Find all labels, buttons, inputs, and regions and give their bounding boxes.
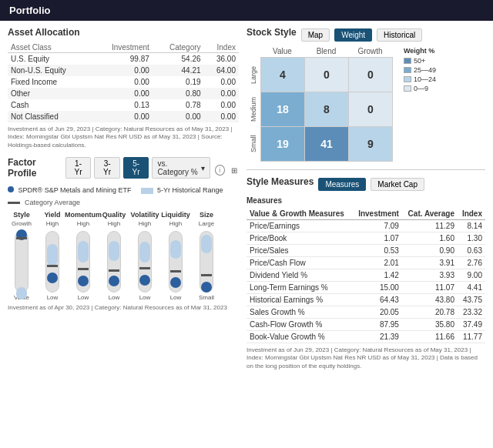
- factor-column: Size Large Small: [193, 211, 220, 301]
- factor-top-label: High: [139, 220, 151, 231]
- legend-label: 25—49: [414, 66, 436, 74]
- avg-label: Category Average: [25, 199, 80, 206]
- measure-index-cell: 43.75: [458, 294, 485, 306]
- factor-tab-3yr[interactable]: 3-Yr: [94, 157, 120, 179]
- measure-catavg-cell: 0.90: [402, 245, 458, 257]
- asset-allocation-title: Asset Allocation: [8, 27, 239, 38]
- factor-fill: [170, 240, 181, 259]
- legend-label: 50+: [414, 57, 425, 65]
- index-cell: 36.00: [204, 53, 239, 65]
- factor-avg-line: [78, 268, 89, 270]
- factor-title: Volatility: [131, 211, 159, 219]
- measures-table-row: Sales Growth % 20.05 20.78 23.32: [246, 306, 485, 319]
- measure-name-cell: Price/Book: [246, 232, 353, 245]
- factor-top-label: High: [46, 220, 59, 231]
- factor-column: Style Growth Value: [8, 211, 35, 301]
- stock-style-row-labels: Large Medium Small: [246, 57, 260, 162]
- measure-index-cell: 8.14: [458, 220, 485, 232]
- avg-line: [8, 202, 20, 204]
- factor-info-icon[interactable]: i: [215, 165, 225, 176]
- legend-label: 10—24: [414, 75, 436, 83]
- factor-column: Liquidity High Low: [162, 211, 189, 301]
- measures-col-header-index: Index: [458, 208, 485, 220]
- factor-column: Volatility High Low: [131, 211, 159, 301]
- investment-cell: 0.13: [92, 99, 153, 111]
- asset-table-row: Fixed Income 0.00 0.19 0.00: [8, 76, 239, 88]
- factor-tab-1yr[interactable]: 1-Yr: [65, 157, 92, 179]
- measure-index-cell: 37.49: [458, 319, 485, 331]
- col-header-class: Asset Class: [8, 42, 92, 53]
- factor-tab-5yr[interactable]: 5-Yr: [123, 157, 149, 179]
- category-cell: 44.21: [153, 65, 204, 76]
- measure-catavg-cell: 11.29: [402, 220, 458, 232]
- measure-index-cell: 4.41: [458, 282, 485, 294]
- factor-fill: [16, 287, 27, 299]
- measure-index-cell: 9.00: [458, 269, 485, 282]
- factor-fill: [201, 235, 212, 253]
- legend-color-box: [404, 58, 411, 64]
- asset-class-cell: Not Classified: [8, 111, 92, 122]
- investment-cell: 0.00: [92, 111, 153, 122]
- measure-name-cell: Historical Earnings %: [246, 294, 353, 306]
- measure-catavg-cell: 1.60: [402, 232, 458, 245]
- index-cell: 0.00: [204, 88, 239, 99]
- factor-bottom-label: Small: [199, 294, 214, 301]
- measures-col-header-catavg: Cat. Average: [402, 208, 458, 220]
- asset-class-cell: Cash: [8, 99, 92, 111]
- category-cell: 0.19: [153, 76, 204, 88]
- asset-class-cell: Other: [8, 88, 92, 99]
- factor-title: Yield: [44, 211, 60, 219]
- measure-name-cell: Book-Value Growth %: [246, 331, 353, 343]
- measures-table-row: Book-Value Growth % 21.39 11.66 11.77: [246, 331, 485, 343]
- measures-table-row: Historical Earnings % 64.43 43.80 43.75: [246, 294, 485, 306]
- asset-allocation-footnote: Investment as of Jun 29, 2023 | Category…: [8, 125, 239, 149]
- stock-style-tab-weight[interactable]: Weight: [334, 28, 372, 42]
- factor-top-label: High: [108, 220, 120, 231]
- measure-index-cell: 2.76: [458, 257, 485, 269]
- index-cell: 0.00: [204, 111, 239, 122]
- stock-style-tab-map[interactable]: Map: [301, 28, 330, 42]
- category-cell: 54.26: [153, 53, 204, 65]
- measure-investment-cell: 0.53: [353, 245, 402, 257]
- factor-top-label: High: [169, 220, 182, 231]
- asset-allocation-table: Asset Class Investment Category Index U.…: [8, 42, 239, 122]
- measures-col-header-investment: Investment: [353, 208, 402, 220]
- measure-catavg-cell: 20.78: [402, 306, 458, 319]
- factor-dot: [47, 272, 58, 283]
- measures-tab-marketcap[interactable]: Market Cap: [371, 178, 424, 191]
- asset-class-cell: Non-U.S. Equity: [8, 65, 92, 76]
- category-cell: 0.80: [153, 88, 204, 99]
- measure-name-cell: Cash-Flow Growth %: [246, 319, 353, 331]
- factor-title: Liquidity: [161, 211, 190, 219]
- factor-title: Momentum: [65, 211, 102, 219]
- factor-dot: [139, 275, 150, 286]
- measure-index-cell: 23.32: [458, 306, 485, 319]
- etf-label: SPDR® S&P Metals and Mining ETF: [18, 186, 132, 194]
- factor-dropdown[interactable]: vs. Category % ▾: [152, 157, 210, 179]
- measure-investment-cell: 20.05: [353, 306, 402, 319]
- measures-col-header-measure: Value & Growth Measures: [246, 208, 353, 220]
- asset-table-row: Other 0.00 0.80 0.00: [8, 88, 239, 99]
- investment-cell: 0.00: [92, 88, 153, 99]
- category-cell: 0.78: [153, 99, 204, 111]
- measures-table-row: Price/Earnings 7.09 11.29 8.14: [246, 220, 485, 232]
- measure-catavg-cell: 3.91: [402, 257, 458, 269]
- etf-dot: [8, 186, 14, 192]
- factor-avg-line: [47, 265, 58, 267]
- factor-slider: [200, 231, 213, 293]
- style-cell-0-1: 0: [305, 58, 348, 92]
- measures-subtitle: Measures: [246, 196, 485, 205]
- measure-investment-cell: 87.95: [353, 319, 402, 331]
- index-cell: 64.00: [204, 65, 239, 76]
- factor-slider: [169, 231, 183, 293]
- factor-table-icon[interactable]: ⊞: [230, 165, 239, 176]
- factor-footnote: Investment as of Apr 30, 2023 | Category…: [8, 304, 239, 311]
- factor-dot: [170, 277, 181, 288]
- factor-dot: [78, 276, 89, 286]
- stock-style-tab-historical[interactable]: Historical: [377, 28, 422, 42]
- style-cell-1-2: 0: [349, 92, 392, 126]
- col-header-index: Index: [204, 42, 239, 53]
- measures-tab-measures[interactable]: Measures: [318, 178, 366, 191]
- factor-title: Style: [13, 211, 30, 219]
- measures-table: Value & Growth Measures Investment Cat. …: [246, 208, 485, 343]
